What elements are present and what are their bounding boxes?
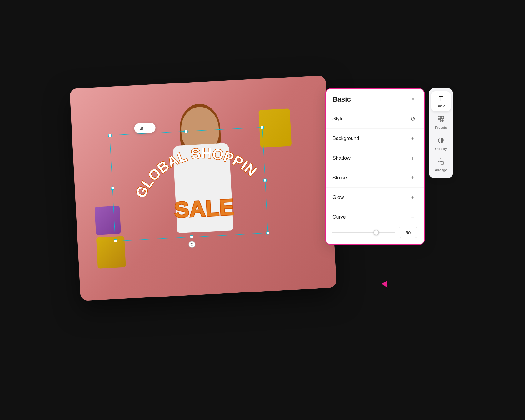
presets-icon xyxy=(438,116,444,124)
curve-slider-track[interactable] xyxy=(332,232,395,233)
basic-panel: Basic × Style ↺ Background + Shadow + St… xyxy=(325,88,425,245)
sidebar-opacity-label: Opacity xyxy=(435,147,447,151)
sidebar-item-basic[interactable]: T Basic xyxy=(431,91,451,111)
mouse-cursor xyxy=(382,281,390,289)
sidebar-item-opacity[interactable]: Opacity xyxy=(431,134,451,154)
style-row: Style ↺ xyxy=(326,109,424,129)
sidebar-presets-label: Presets xyxy=(435,126,447,129)
element-more-button[interactable]: ··· xyxy=(147,125,152,131)
panel-close-button[interactable]: × xyxy=(409,95,418,104)
shadow-row: Shadow + xyxy=(326,148,424,168)
bag-gold xyxy=(96,236,126,269)
glow-row: Glow + xyxy=(326,188,424,208)
canvas-background: GLOBAL SHOPPIN SALE ↻ ⊞ xyxy=(70,75,337,301)
curve-slider-row: 50 xyxy=(332,227,418,238)
curve-value-input[interactable]: 50 xyxy=(399,227,418,238)
stroke-add-button[interactable]: + xyxy=(408,173,418,182)
svg-rect-3 xyxy=(438,119,441,122)
stroke-label: Stroke xyxy=(332,175,347,181)
arrange-icon xyxy=(438,158,444,167)
svg-text:GLOBAL SHOPPIN: GLOBAL SHOPPIN xyxy=(130,142,261,201)
shadow-add-button[interactable]: + xyxy=(408,153,418,163)
curve-header: Curve − xyxy=(332,212,418,222)
bag-purple xyxy=(95,206,121,235)
stroke-row: Stroke + xyxy=(326,168,424,188)
style-label: Style xyxy=(332,116,344,122)
panel-title: Basic xyxy=(332,95,351,103)
glow-label: Glow xyxy=(332,195,344,200)
glow-add-button[interactable]: + xyxy=(408,193,418,202)
curve-slider-fill xyxy=(332,232,376,233)
opacity-icon xyxy=(438,137,444,146)
svg-rect-2 xyxy=(441,116,444,119)
background-add-button[interactable]: + xyxy=(408,134,418,143)
sidebar-arrange-label: Arrange xyxy=(435,168,447,172)
background-row: Background + xyxy=(326,129,424,148)
curve-collapse-button[interactable]: − xyxy=(408,212,418,222)
sidebar-item-arrange[interactable]: Arrange xyxy=(431,155,451,175)
scene: GLOBAL SHOPPIN SALE ↻ ⊞ xyxy=(75,69,450,351)
svg-point-8 xyxy=(440,161,442,162)
element-icon[interactable]: ⊞ xyxy=(138,125,145,132)
panel-header: Basic × xyxy=(326,89,424,109)
right-sidebar: T Basic Presets Opa xyxy=(429,88,453,178)
curve-section: Curve − 50 xyxy=(326,208,424,244)
curve-slider-thumb[interactable] xyxy=(373,230,379,235)
text-icon: T xyxy=(439,95,443,103)
shadow-label: Shadow xyxy=(332,155,351,161)
sale-text: SALE xyxy=(173,194,235,222)
element-toolbar: ⊞ ··· xyxy=(134,122,156,134)
shopping-bags-left xyxy=(95,206,126,269)
canvas-card: GLOBAL SHOPPIN SALE ↻ ⊞ xyxy=(70,75,337,301)
style-reset-button[interactable]: ↺ xyxy=(408,114,418,123)
background-label: Background xyxy=(332,136,359,141)
curved-text-svg: GLOBAL SHOPPIN SALE xyxy=(122,122,284,255)
svg-rect-1 xyxy=(438,116,441,119)
handle-mid-left[interactable] xyxy=(111,187,114,190)
curved-text-container: GLOBAL SHOPPIN SALE xyxy=(122,122,284,255)
handle-top-left[interactable] xyxy=(108,134,112,137)
sidebar-basic-label: Basic xyxy=(437,104,445,108)
curve-label: Curve xyxy=(332,214,346,220)
sidebar-item-presets[interactable]: Presets xyxy=(431,112,451,132)
